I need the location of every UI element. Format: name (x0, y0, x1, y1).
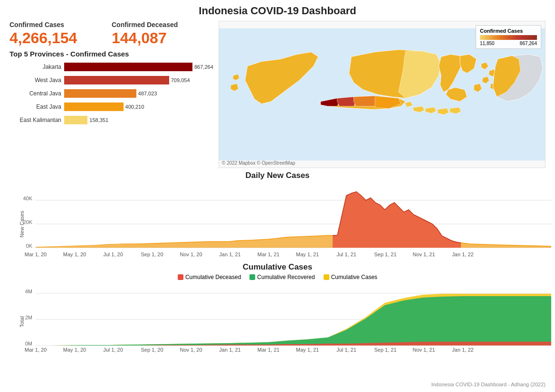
bar-value-label: 709,054 (171, 77, 190, 83)
deceased-block: Confirmed Deceased 144,087 (112, 21, 214, 47)
legend-deceased-label: Cumulative Deceased (185, 274, 241, 280)
cumulative-legend: Cumulative Deceased Cumulative Recovered… (10, 274, 545, 280)
confirmed-cases-block: Confirmed Cases 4,266,154 (10, 21, 112, 47)
cumulative-chart-section: Cumulative Cases Cumulative Deceased Cum… (10, 260, 545, 381)
map-panel: Confirmed Cases 11,850 867,264 © 2022 Ma… (219, 21, 545, 168)
bar-bg: 709,054 (64, 76, 214, 84)
bar-label: East Java (10, 103, 64, 110)
map-legend-gradient (480, 35, 537, 40)
legend-recovered: Cumulative Recovered (249, 274, 315, 280)
deceased-value: 144,087 (112, 29, 214, 47)
cum-y-2m: 2M (25, 315, 32, 320)
x-tick-jul20: Jul 1, 20 (103, 252, 123, 257)
cases-color (324, 274, 329, 280)
bar-value-label: 400,210 (125, 104, 144, 110)
cumulative-chart-container: 0M 2M 4M Total Mar 1, 20 May 1, 20 Jul 1… (10, 281, 545, 381)
bar-fill: 487,023 (64, 89, 136, 98)
page-title: Indonesia COVID-19 Dashboard (10, 5, 545, 17)
x-tick-sep21: Sep 1, 21 (374, 252, 396, 257)
map-attribution: © 2022 Mapbox © OpenStreetMap (222, 160, 295, 166)
map-legend: Confirmed Cases 11,850 867,264 (476, 25, 541, 49)
cum-x-may20: May 1, 20 (63, 347, 86, 353)
footer: Indonesia COVID-19 Dashboard - Adhang (2… (10, 381, 545, 387)
bar-label: East Kalimantan (10, 117, 64, 123)
bar-value-label: 158,351 (89, 117, 108, 123)
bar-fill: 158,351 (64, 116, 87, 124)
confirmed-value: 4,266,154 (10, 29, 112, 47)
recovered-color (249, 274, 255, 280)
daily-chart-title: Daily New Cases (10, 171, 545, 180)
dashboard: Indonesia COVID-19 Dashboard Confirmed C… (0, 0, 555, 392)
x-tick-nov20: Nov 1, 20 (180, 252, 202, 257)
bar-bg: 158,351 (64, 116, 214, 124)
left-panel: Confirmed Cases 4,266,154 Confirmed Dece… (10, 21, 219, 168)
cum-x-jul20: Jul 1, 20 (103, 347, 123, 353)
bar-label: West Java (10, 77, 64, 84)
x-tick-sep20: Sep 1, 20 (141, 252, 163, 257)
x-tick-nov21: Nov 1, 21 (412, 252, 435, 257)
map-legend-labels: 11,850 867,264 (480, 41, 537, 46)
bar-bg: 867,264 (64, 63, 214, 71)
x-tick-mar21: Mar 1, 21 (258, 252, 279, 257)
bar-label: Jakarta (10, 64, 64, 70)
daily-chart-section: Daily New Cases 0K 20K 40K New Cases Mar… (10, 168, 545, 260)
bar-fill: 709,054 (64, 76, 169, 84)
bar-bg: 487,023 (64, 89, 214, 98)
map-legend-max: 867,264 (520, 41, 537, 46)
cum-x-mar20: Mar 1, 20 (25, 347, 47, 353)
x-tick-may20: May 1, 20 (63, 252, 86, 257)
bar-fill: 867,264 (64, 63, 192, 71)
bar-row: East Java400,210 (10, 102, 214, 112)
deceased-color (178, 274, 183, 280)
legend-recovered-label: Cumulative Recovered (257, 274, 315, 280)
daily-chart-svg: 0K 20K 40K New Cases Mar 1, 20 May 1, 20… (19, 181, 555, 260)
cum-x-nov21: Nov 1, 21 (412, 347, 435, 353)
confirmed-label: Confirmed Cases (10, 21, 112, 28)
cumulative-chart-title: Cumulative Cases (10, 262, 545, 272)
cum-x-may21: May 1, 21 (296, 347, 319, 353)
top-section: Confirmed Cases 4,266,154 Confirmed Dece… (10, 21, 545, 168)
legend-cases: Cumulative Cases (324, 274, 377, 280)
x-tick-jan22: Jan 1, 22 (452, 252, 473, 257)
map-legend-title: Confirmed Cases (480, 28, 537, 34)
y-tick-0k: 0K (26, 243, 33, 249)
legend-deceased: Cumulative Deceased (178, 274, 241, 280)
cum-x-jul21: Jul 1, 21 (336, 347, 356, 353)
x-tick-may21: May 1, 21 (296, 252, 319, 257)
cum-x-mar21: Mar 1, 21 (258, 347, 279, 353)
x-tick-mar20: Mar 1, 20 (25, 252, 47, 257)
cum-x-sep21: Sep 1, 21 (374, 347, 396, 353)
daily-chart-container: 0K 20K 40K New Cases Mar 1, 20 May 1, 20… (10, 181, 545, 260)
map-legend-min: 11,850 (480, 41, 495, 46)
bar-fill: 400,210 (64, 103, 124, 111)
bar-chart: Jakarta867,264West Java709,054Central Ja… (10, 62, 214, 125)
stats-row: Confirmed Cases 4,266,154 Confirmed Dece… (10, 21, 214, 47)
bar-value-label: 867,264 (194, 64, 213, 70)
cum-recovered-area (36, 296, 551, 345)
cumulative-chart-svg: 0M 2M 4M Total Mar 1, 20 May 1, 20 Jul 1… (19, 281, 555, 353)
cum-y-label: Total (19, 316, 25, 327)
bar-value-label: 487,023 (138, 91, 157, 96)
cum-x-sep20: Sep 1, 20 (141, 347, 163, 353)
bar-chart-title: Top 5 Provinces - Confirmed Cases (10, 50, 214, 58)
bar-row: Central Java487,023 (10, 88, 214, 99)
cum-x-nov20: Nov 1, 20 (180, 347, 202, 353)
bar-bg: 400,210 (64, 103, 214, 111)
bar-row: West Java709,054 (10, 75, 214, 85)
bar-label: Central Java (10, 90, 64, 97)
cum-y-0m: 0M (25, 341, 32, 346)
bar-row: East Kalimantan158,351 (10, 115, 214, 125)
cum-x-jan21: Jan 1, 21 (219, 347, 240, 353)
cum-x-jan22: Jan 1, 22 (452, 347, 473, 353)
daily-y-label: New Cases (19, 210, 25, 237)
y-tick-40k: 40K (23, 196, 32, 201)
x-tick-jul21: Jul 1, 21 (336, 252, 356, 257)
legend-cases-label: Cumulative Cases (331, 274, 377, 280)
cum-y-4m: 4M (25, 289, 32, 294)
bar-row: Jakarta867,264 (10, 62, 214, 72)
x-tick-jan21: Jan 1, 21 (219, 252, 240, 257)
deceased-label: Confirmed Deceased (112, 21, 214, 28)
